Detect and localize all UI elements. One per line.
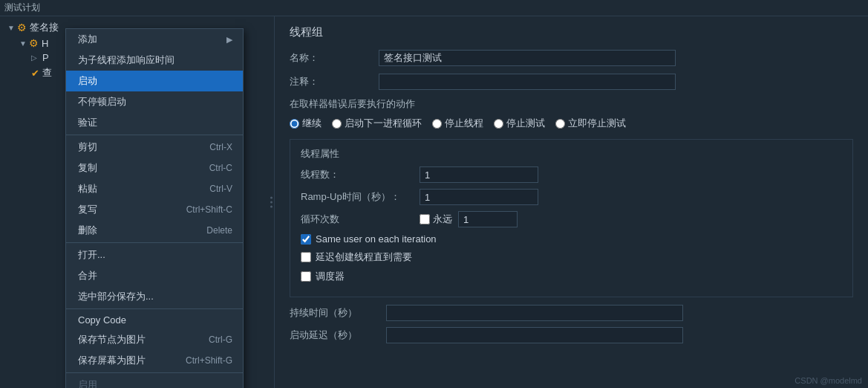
delay-create-checkbox[interactable]	[301, 252, 311, 262]
watermark: CSDN @modelmd	[794, 376, 862, 385]
gear-icon: ⚙	[17, 22, 27, 33]
same-user-label: Same user on each iteration	[316, 233, 437, 245]
thread-count-row: 线程数：	[301, 166, 842, 183]
loop-label: 循环次数	[301, 213, 420, 226]
startup-delay-input[interactable]	[386, 327, 683, 343]
menu-item-add[interactable]: 添加 ▶	[66, 29, 243, 50]
duration-input[interactable]	[386, 305, 683, 321]
menu-item-enable[interactable]: 启用	[66, 375, 243, 388]
tree-h-label: H	[42, 38, 48, 49]
tree-check-label: 查	[42, 66, 52, 80]
same-user-checkbox[interactable]	[301, 234, 311, 245]
scheduler-checkbox[interactable]	[301, 271, 311, 282]
separator-2	[66, 242, 243, 243]
name-row: 名称：	[290, 50, 853, 66]
radio-stop-test-now[interactable]: 立即停止测试	[555, 117, 626, 130]
menu-item-save-selected[interactable]: 选中部分保存为...	[66, 286, 243, 307]
drag-dot	[270, 201, 273, 204]
panel-title: 线程组	[290, 25, 853, 39]
radio-group-error-action: 继续 启动下一进程循环 停止线程 停止测试	[290, 117, 853, 130]
name-label: 名称：	[290, 51, 379, 65]
menu-item-save-screen-img[interactable]: 保存屏幕为图片 Ctrl+Shift-G	[66, 350, 243, 371]
menu-item-merge[interactable]: 合并	[66, 265, 243, 286]
duration-row: 持续时间（秒）	[290, 305, 853, 321]
radio-start-next-loop[interactable]: 启动下一进程循环	[332, 117, 422, 130]
loop-count-row: 循环次数 永远	[301, 211, 842, 227]
thread-props-title: 线程属性	[301, 147, 842, 161]
forever-checkbox[interactable]	[420, 214, 430, 224]
comment-label: 注释：	[290, 75, 379, 88]
scheduler-label: 调度器	[316, 270, 345, 283]
check-icon: ✔	[31, 68, 39, 79]
ramp-up-label: Ramp-Up时间（秒）：	[301, 190, 420, 204]
right-panel: 线程组 名称： 注释： 在取样器错误后要执行的动作 继续	[275, 16, 868, 388]
menu-item-start[interactable]: 启动	[66, 71, 243, 91]
menu-item-paste[interactable]: 粘贴 Ctrl-V	[66, 178, 243, 199]
chevron-icon-2: ▼	[19, 39, 27, 48]
menu-item-start-no-pause[interactable]: 不停顿启动	[66, 91, 243, 112]
drag-handle[interactable]	[269, 194, 274, 211]
tree-p-label: P	[42, 52, 49, 63]
drag-dot	[270, 206, 273, 208]
radio-stop-test[interactable]: 停止测试	[494, 117, 545, 130]
duration-label: 持续时间（秒）	[290, 306, 386, 320]
menu-item-cut[interactable]: 剪切 Ctrl-X	[66, 137, 243, 158]
menu-item-copy[interactable]: 复制 Ctrl-C	[66, 158, 243, 178]
drag-dot	[270, 197, 273, 199]
thread-count-input[interactable]	[420, 166, 538, 183]
gear-icon-2: ⚙	[29, 37, 39, 49]
separator-3	[66, 308, 243, 309]
same-user-row: Same user on each iteration	[301, 233, 842, 245]
scheduler-row: 调度器	[301, 270, 842, 283]
menu-item-copy-code[interactable]: Copy Code	[66, 311, 243, 329]
app-title: 测试计划	[4, 1, 40, 14]
error-action-title: 在取样器错误后要执行的动作	[290, 97, 853, 111]
ramp-up-input[interactable]	[420, 189, 538, 205]
comment-row: 注释：	[290, 74, 853, 90]
menu-item-add-response-time[interactable]: 为子线程添加响应时间	[66, 50, 243, 71]
tree-item-label: 签名接	[30, 21, 59, 34]
name-input[interactable]	[379, 50, 676, 66]
chevron-icon: ▼	[7, 24, 15, 32]
context-menu: 添加 ▶ 为子线程添加响应时间 启动 不停顿启动 验证 剪切	[65, 28, 244, 388]
thread-props-section: 线程属性 线程数： Ramp-Up时间（秒）： 循环次数 永远	[290, 139, 853, 297]
separator-4	[66, 372, 243, 373]
radio-stop-thread[interactable]: 停止线程	[432, 117, 483, 130]
chevron-icon-3: ▷	[31, 54, 37, 62]
arrow-icon: ▶	[226, 35, 232, 45]
forever-checkbox-label[interactable]: 永远	[420, 213, 452, 226]
menu-item-validate[interactable]: 验证	[66, 112, 243, 133]
menu-item-open[interactable]: 打开...	[66, 245, 243, 265]
menu-item-delete[interactable]: 删除 Delete	[66, 220, 243, 241]
delay-create-row: 延迟创建线程直到需要	[301, 250, 842, 264]
ramp-up-row: Ramp-Up时间（秒）：	[301, 189, 842, 205]
menu-item-overwrite[interactable]: 复写 Ctrl+Shift-C	[66, 199, 243, 220]
menu-item-save-node-img[interactable]: 保存节点为图片 Ctrl-G	[66, 329, 243, 350]
forever-label: 永远	[433, 213, 452, 226]
delay-create-label: 延迟创建线程直到需要	[316, 250, 412, 264]
separator-1	[66, 135, 243, 135]
left-panel: ▼ ⚙ 签名接 ▼ ⚙ H ▷ P ✔ 查	[0, 16, 275, 388]
radio-continue[interactable]: 继续	[290, 117, 322, 130]
top-bar: 测试计划	[0, 0, 868, 16]
thread-count-label: 线程数：	[301, 168, 420, 181]
startup-delay-row: 启动延迟（秒）	[290, 327, 853, 343]
loop-count-input[interactable]	[458, 211, 518, 227]
startup-delay-label: 启动延迟（秒）	[290, 329, 386, 342]
comment-input[interactable]	[379, 74, 676, 90]
